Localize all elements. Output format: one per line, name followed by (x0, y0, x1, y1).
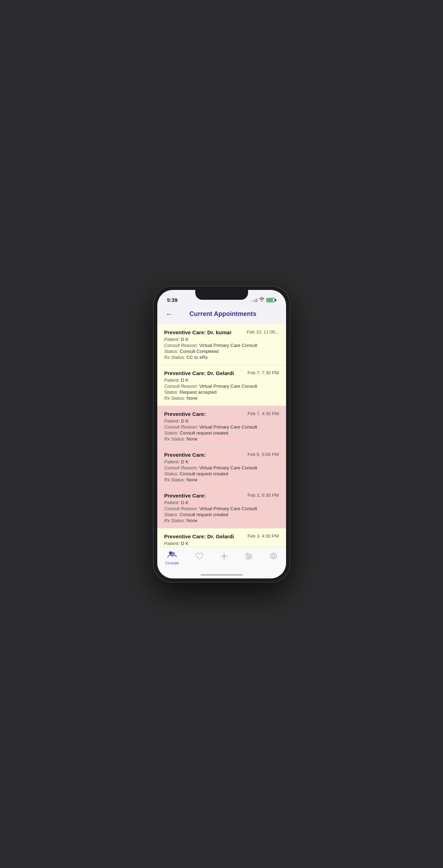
tab-bar: Consults (157, 547, 286, 571)
tab-settings[interactable] (269, 552, 278, 564)
patient-detail: Patient: D K (164, 500, 279, 505)
appointment-header: Preventive Care: Dr. Gelardi Feb 7, 7:30… (164, 370, 279, 376)
appointment-title: Preventive Care: Dr. Gelardi (164, 533, 245, 539)
rx-status-detail: Rx Status: CC to eRx (164, 355, 279, 360)
appointment-title: Preventive Care: Dr. Gelardi (164, 370, 245, 376)
appointment-header: Preventive Care: Dr. kumar Feb 10, 11:00… (164, 329, 279, 335)
patient-detail: Patient: D K (164, 459, 279, 464)
status-detail: Status: Request accepted (164, 389, 279, 395)
page-title: Current Appointments (178, 310, 268, 318)
status-time: 5:39 (167, 297, 178, 303)
appointment-date: Feb 3, 6:30 PM (248, 493, 279, 498)
rx-status-detail: Rx Status: None (164, 436, 279, 442)
consult-reason-detail: Consult Reason: Virtual Primary Care Con… (164, 506, 279, 511)
consult-reason-detail: Consult Reason: Virtual Primary Care Con… (164, 384, 279, 389)
consult-reason-detail: Consult Reason: Virtual Primary Care Con… (164, 424, 279, 430)
consult-reason-detail: Consult Reason: Virtual Primary Care Con… (164, 343, 279, 348)
status-detail: Status: Consult request created (164, 471, 279, 476)
appointment-card[interactable]: Preventive Care: Feb 3, 6:30 PM Patient:… (157, 488, 286, 528)
tab-favorites[interactable] (195, 552, 204, 563)
appointment-title: Preventive Care: (164, 493, 245, 499)
header: ← Current Appointments (157, 305, 286, 324)
svg-point-3 (223, 553, 225, 556)
appointment-header: Preventive Care: Feb 3, 6:30 PM (164, 493, 279, 499)
patient-detail: Patient: D K (164, 541, 279, 546)
phone-screen: 5:39 (157, 290, 286, 578)
sliders-icon (245, 553, 253, 562)
appointment-card[interactable]: Preventive Care: Feb 7, 4:30 PM Patient:… (157, 406, 286, 447)
patient-detail: Patient: D K (164, 418, 279, 424)
gear-icon (269, 552, 278, 563)
notch (195, 290, 248, 300)
appointment-date: Feb 6, 5:00 PM (248, 452, 279, 457)
svg-point-6 (225, 555, 228, 557)
appointment-date: Feb 10, 11:00... (247, 329, 279, 335)
rx-status-detail: Rx Status: None (164, 518, 279, 523)
appointment-header: Preventive Care: Feb 7, 4:30 PM (164, 411, 279, 417)
appointment-header: Preventive Care: Feb 6, 5:00 PM (164, 452, 279, 458)
appointment-date: Feb 7, 4:30 PM (248, 411, 279, 416)
patient-detail: Patient: D K (164, 378, 279, 383)
status-detail: Status: Consult request created (164, 430, 279, 436)
wifi-icon (259, 297, 265, 303)
svg-point-12 (247, 557, 249, 559)
tab-consults-label: Consults (165, 561, 179, 565)
appointment-date: Feb 3, 4:30 PM (248, 533, 279, 539)
consults-icon (167, 550, 177, 560)
appointment-title: Preventive Care: Dr. kumar (164, 329, 244, 335)
svg-point-5 (221, 555, 223, 557)
appointment-title: Preventive Care: (164, 452, 245, 458)
rx-status-detail: Rx Status: None (164, 477, 279, 482)
back-button[interactable]: ← (164, 308, 175, 320)
flower-icon (220, 552, 228, 563)
appointments-list[interactable]: Preventive Care: Dr. kumar Feb 10, 11:00… (157, 324, 286, 547)
patient-detail: Patient: D K (164, 337, 279, 342)
appointment-title: Preventive Care: (164, 411, 245, 417)
battery-icon (266, 298, 276, 302)
tab-filters[interactable] (245, 553, 253, 563)
appointment-header: Preventive Care: Dr. Gelardi Feb 3, 4:30… (164, 533, 279, 539)
svg-point-0 (169, 551, 172, 555)
status-detail: Status: Consult request created (164, 512, 279, 517)
appointment-date: Feb 7, 7:30 PM (248, 370, 279, 375)
svg-point-10 (247, 553, 248, 555)
svg-point-13 (272, 555, 275, 557)
heart-icon (195, 552, 204, 562)
consult-reason-detail: Consult Reason: Virtual Primary Care Con… (164, 465, 279, 470)
appointment-card[interactable]: Preventive Care: Dr. Gelardi Feb 3, 4:30… (157, 528, 286, 547)
svg-point-4 (223, 557, 225, 560)
status-detail: Status: Consult Completed (164, 349, 279, 354)
svg-point-11 (249, 555, 251, 557)
svg-point-1 (172, 552, 175, 555)
tab-wellness[interactable] (220, 552, 228, 564)
home-indicator (157, 571, 286, 578)
signal-icon (251, 298, 257, 302)
appointment-card[interactable]: Preventive Care: Dr. Gelardi Feb 7, 7:30… (157, 365, 286, 406)
tab-consults[interactable]: Consults (165, 550, 179, 565)
status-icons (251, 297, 276, 303)
rx-status-detail: Rx Status: None (164, 395, 279, 401)
appointment-card[interactable]: Preventive Care: Dr. kumar Feb 10, 11:00… (157, 324, 286, 365)
phone-frame: 5:39 (153, 286, 290, 583)
appointment-card[interactable]: Preventive Care: Feb 6, 5:00 PM Patient:… (157, 447, 286, 488)
